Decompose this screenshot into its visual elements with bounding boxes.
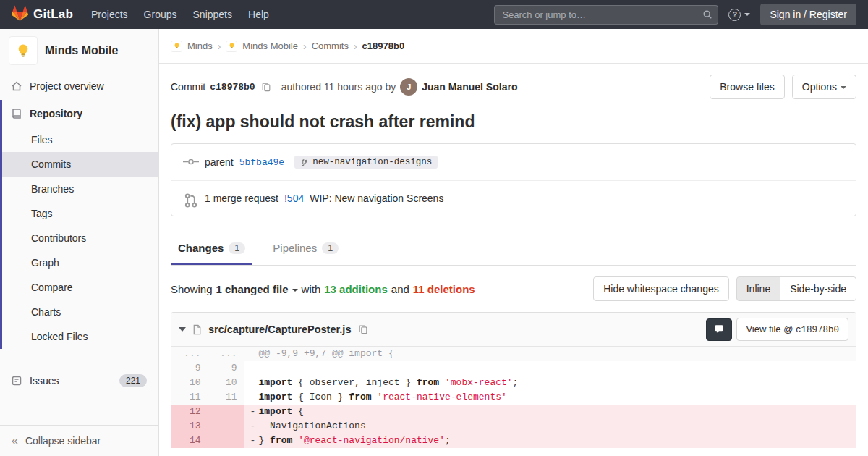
- sidebar-item-charts[interactable]: Charts: [2, 300, 158, 324]
- diff-stats-row: Showing 1 changed file with 13 additions…: [171, 276, 856, 301]
- diff-file-header: src/capture/CapturePoster.js View file @…: [171, 313, 856, 347]
- new-line-number[interactable]: ...: [208, 347, 244, 361]
- changed-files-dropdown[interactable]: 1 changed file: [216, 283, 298, 295]
- old-line-number[interactable]: 10: [171, 376, 208, 390]
- new-line-number[interactable]: [208, 434, 244, 448]
- tab-changes[interactable]: Changes1: [171, 232, 252, 265]
- view-mode-toggle: Inline Side-by-side: [736, 276, 856, 301]
- tanuki-icon: [12, 5, 28, 24]
- hide-whitespace-button[interactable]: Hide whitespace changes: [593, 276, 729, 301]
- content-area: Commit c18978b0 authored 11 hours ago by…: [159, 64, 868, 456]
- breadcrumb-link-commits[interactable]: Commits: [312, 41, 349, 51]
- old-line-number[interactable]: 14: [171, 434, 208, 448]
- old-line-number[interactable]: 9: [171, 361, 208, 376]
- author-name[interactable]: Juan Manuel Solaro: [422, 81, 517, 93]
- diff-line: 13- NavigationActions: [171, 419, 856, 434]
- project-avatar: [9, 36, 38, 65]
- nav-item-help[interactable]: Help: [240, 0, 277, 29]
- sidebar-item-issues[interactable]: Issues 221: [0, 366, 158, 395]
- nav-item-projects[interactable]: Projects: [83, 0, 136, 29]
- sidebar-item-files[interactable]: Files: [2, 127, 158, 152]
- repository-icon: [11, 108, 22, 119]
- sidebar-item-project-overview[interactable]: Project overview: [0, 72, 158, 100]
- chevron-down-icon: [292, 289, 298, 292]
- new-line-number[interactable]: 10: [208, 376, 244, 390]
- deletions-count: 11 deletions: [413, 283, 475, 295]
- breadcrumb-link-minds-mobile[interactable]: Minds Mobile: [242, 41, 298, 51]
- tabs: Changes1Pipelines1: [171, 232, 856, 266]
- search-box[interactable]: [494, 5, 718, 25]
- gitlab-logo[interactable]: GitLab: [12, 5, 73, 24]
- copy-file-path-button[interactable]: [357, 324, 370, 334]
- with-label: with: [302, 283, 321, 295]
- new-line-number[interactable]: 11: [208, 390, 244, 405]
- commit-meta-row: Commit c18978b0 authored 11 hours ago by…: [171, 75, 856, 99]
- sidebar-item-locked-files[interactable]: Locked Files: [2, 324, 158, 349]
- nav-item-groups[interactable]: Groups: [136, 0, 185, 29]
- help-dropdown[interactable]: ?: [728, 9, 750, 21]
- diff-stats-text: Showing 1 changed file with 13 additions…: [171, 283, 475, 295]
- sidebar-item-graph[interactable]: Graph: [2, 250, 158, 275]
- comment-icon: [714, 324, 724, 334]
- sidebar-item-label: Repository: [30, 108, 82, 119]
- brand-name: GitLab: [33, 7, 73, 22]
- commit-icon: [183, 156, 199, 168]
- toggle-comments-button[interactable]: [706, 318, 732, 341]
- commit-sha[interactable]: c18978b0: [210, 82, 255, 93]
- view-file-sha: c18978b0: [796, 325, 839, 335]
- parent-label: parent: [205, 156, 234, 168]
- diff-view-controls: Hide whitespace changes Inline Side-by-s…: [593, 276, 856, 301]
- sign-in-button[interactable]: Sign in / Register: [760, 4, 856, 25]
- breadcrumb-link-minds[interactable]: Minds: [187, 41, 213, 51]
- merge-request-icon: [183, 193, 199, 204]
- shell: Minds Mobile Project overview Repository…: [0, 29, 868, 456]
- sidebar-project[interactable]: Minds Mobile: [0, 29, 158, 72]
- diff-table: ......@@ -9,9 +9,7 @@ import {991010impo…: [171, 347, 856, 448]
- search-input[interactable]: [495, 9, 718, 20]
- sidebar-item-contributors[interactable]: Contributors: [2, 226, 158, 250]
- diff-file-panel: src/capture/CapturePoster.js View file @…: [171, 312, 856, 448]
- inline-view-button[interactable]: Inline: [736, 276, 780, 301]
- side-by-side-view-button[interactable]: Side-by-side: [780, 276, 856, 301]
- repository-subitems: FilesCommitsBranchesTagsContributorsGrap…: [2, 127, 158, 349]
- sidebar-item-branches[interactable]: Branches: [2, 177, 158, 201]
- file-path[interactable]: src/capture/CapturePoster.js: [208, 324, 351, 335]
- author-avatar[interactable]: J: [400, 78, 417, 96]
- home-icon: [11, 80, 22, 92]
- old-line-number[interactable]: ...: [171, 347, 208, 361]
- view-file-button[interactable]: View file @ c18978b0: [736, 318, 848, 341]
- sidebar: Minds Mobile Project overview Repository…: [0, 29, 159, 456]
- copy-sha-button[interactable]: [260, 82, 273, 92]
- old-line-number[interactable]: 13: [171, 419, 208, 434]
- sidebar-item-repository[interactable]: Repository: [2, 100, 158, 127]
- new-line-number[interactable]: [208, 405, 244, 419]
- commit-title: (fix) app should not crash after remind: [171, 112, 856, 132]
- diff-sign: -: [250, 419, 259, 434]
- double-chevron-left-icon: «: [12, 435, 18, 447]
- sidebar-item-compare[interactable]: Compare: [2, 275, 158, 300]
- new-line-number[interactable]: [208, 419, 244, 434]
- branch-ref-pill[interactable]: new-navigation-designs: [294, 156, 438, 169]
- sidebar-item-tags[interactable]: Tags: [2, 201, 158, 226]
- mr-ref-link[interactable]: !504: [284, 193, 304, 204]
- app: GitLab ProjectsGroupsSnippetsHelp ? Sign…: [0, 0, 868, 456]
- commit-info-box: parent 5bfba49e new-navigation-designs 1…: [171, 143, 856, 216]
- main-content: Minds›Minds Mobile›Commits›c18978b0 Comm…: [159, 29, 868, 456]
- issues-count-badge: 221: [119, 374, 147, 387]
- options-button[interactable]: Options: [792, 75, 856, 99]
- browse-files-button[interactable]: Browse files: [710, 75, 784, 99]
- new-line-number[interactable]: 9: [208, 361, 244, 376]
- old-line-number[interactable]: 11: [171, 390, 208, 405]
- old-line-number[interactable]: 12: [171, 405, 208, 419]
- tab-pipelines[interactable]: Pipelines1: [265, 232, 346, 265]
- collapse-file-icon[interactable]: [179, 327, 186, 332]
- sidebar-item-commits[interactable]: Commits: [2, 152, 158, 177]
- branch-name: new-navigation-designs: [312, 157, 432, 167]
- parent-sha-link[interactable]: 5bfba49e: [239, 157, 284, 168]
- tab-count-badge: 1: [229, 242, 245, 254]
- nav-item-snippets[interactable]: Snippets: [185, 0, 240, 29]
- collapse-label: Collapse sidebar: [25, 435, 101, 447]
- code-line: -import {: [244, 405, 856, 419]
- collapse-sidebar-button[interactable]: « Collapse sidebar: [0, 425, 158, 456]
- showing-label: Showing: [171, 283, 213, 295]
